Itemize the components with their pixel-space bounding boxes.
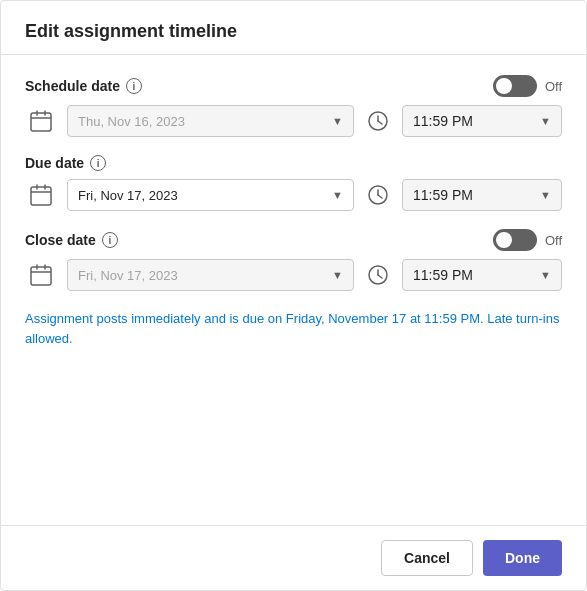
close-date-clock-icon <box>364 261 392 289</box>
due-date-time-picker[interactable]: 11:59 PM ▼ <box>402 179 562 211</box>
schedule-date-label: Schedule date i <box>25 78 142 94</box>
edit-assignment-timeline-dialog: Edit assignment timeline Schedule date i… <box>0 0 587 591</box>
close-date-label-row: Close date i Off <box>25 229 562 251</box>
svg-rect-14 <box>31 267 51 285</box>
due-date-clock-icon <box>364 181 392 209</box>
due-date-value: Fri, Nov 17, 2023 <box>78 188 178 203</box>
schedule-date-calendar-icon <box>25 105 57 137</box>
close-date-input-row: Fri, Nov 17, 2023 ▼ 11:59 PM ▼ <box>25 259 562 291</box>
schedule-date-value: Thu, Nov 16, 2023 <box>78 114 185 129</box>
due-date-label: Due date i <box>25 155 106 171</box>
close-date-value: Fri, Nov 17, 2023 <box>78 268 178 283</box>
close-date-time-picker[interactable]: 11:59 PM ▼ <box>402 259 562 291</box>
close-date-toggle-knob <box>496 232 512 248</box>
schedule-date-toggle-label: Off <box>545 79 562 94</box>
close-date-section: Close date i Off <box>25 229 562 291</box>
schedule-date-time-chevron-icon: ▼ <box>540 115 551 127</box>
due-date-time-value: 11:59 PM <box>413 187 473 203</box>
due-date-time-chevron-icon: ▼ <box>540 189 551 201</box>
close-date-toggle-label: Off <box>545 233 562 248</box>
close-date-time-chevron-icon: ▼ <box>540 269 551 281</box>
close-date-picker[interactable]: Fri, Nov 17, 2023 ▼ <box>67 259 354 291</box>
dialog-footer: Cancel Done <box>1 525 586 590</box>
schedule-date-toggle-row: Off <box>493 75 562 97</box>
due-date-info-icon[interactable]: i <box>90 155 106 171</box>
schedule-date-picker[interactable]: Thu, Nov 16, 2023 ▼ <box>67 105 354 137</box>
schedule-date-toggle[interactable] <box>493 75 537 97</box>
svg-rect-7 <box>31 187 51 205</box>
dialog-title: Edit assignment timeline <box>25 21 562 42</box>
due-date-label-row: Due date i <box>25 155 562 171</box>
done-button[interactable]: Done <box>483 540 562 576</box>
close-date-chevron-icon: ▼ <box>332 269 343 281</box>
calendar-svg <box>30 110 52 132</box>
close-date-toggle-row: Off <box>493 229 562 251</box>
schedule-date-label-row: Schedule date i Off <box>25 75 562 97</box>
due-date-section: Due date i Fri, Nov 17, 2023 ▼ <box>25 155 562 211</box>
schedule-date-info-icon[interactable]: i <box>126 78 142 94</box>
close-date-time-value: 11:59 PM <box>413 267 473 283</box>
cancel-button[interactable]: Cancel <box>381 540 473 576</box>
schedule-date-chevron-icon: ▼ <box>332 115 343 127</box>
schedule-date-time-picker[interactable]: 11:59 PM ▼ <box>402 105 562 137</box>
assignment-info-text: Assignment posts immediately and is due … <box>25 309 562 348</box>
dialog-header: Edit assignment timeline <box>1 1 586 55</box>
due-date-picker[interactable]: Fri, Nov 17, 2023 ▼ <box>67 179 354 211</box>
due-date-chevron-icon: ▼ <box>332 189 343 201</box>
schedule-date-clock-icon <box>364 107 392 135</box>
svg-rect-0 <box>31 113 51 131</box>
close-date-label: Close date i <box>25 232 118 248</box>
schedule-date-time-value: 11:59 PM <box>413 113 473 129</box>
svg-line-6 <box>378 121 382 124</box>
schedule-date-toggle-knob <box>496 78 512 94</box>
close-date-toggle[interactable] <box>493 229 537 251</box>
schedule-date-section: Schedule date i Off <box>25 75 562 137</box>
due-date-calendar-icon <box>25 179 57 211</box>
svg-line-13 <box>378 195 382 198</box>
due-date-input-row: Fri, Nov 17, 2023 ▼ 11:59 PM ▼ <box>25 179 562 211</box>
svg-line-20 <box>378 275 382 278</box>
schedule-date-input-row: Thu, Nov 16, 2023 ▼ 11:59 PM ▼ <box>25 105 562 137</box>
dialog-body: Schedule date i Off <box>1 55 586 525</box>
close-date-calendar-icon <box>25 259 57 291</box>
close-date-info-icon[interactable]: i <box>102 232 118 248</box>
